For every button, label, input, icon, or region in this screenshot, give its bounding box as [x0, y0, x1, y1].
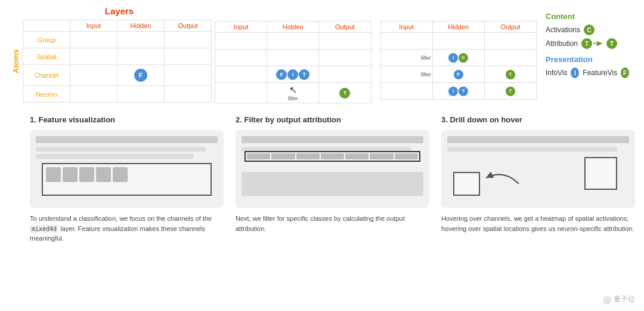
- col3-title: 3. Drill down on hover: [441, 115, 635, 124]
- layers-table-2: Input Hidden Output: [215, 21, 371, 103]
- bottom-col-3: 3. Drill down on hover Hovering over cha…: [441, 115, 635, 244]
- infovis-item: InfoVis I FeatureVis F: [546, 67, 629, 78]
- table-row: [215, 50, 371, 66]
- col3-desc: Hovering over channels, we get a heatmap…: [441, 214, 635, 233]
- cell: filter: [380, 50, 432, 66]
- table-row: Spatial: [23, 48, 212, 65]
- badge-C-3: C: [459, 53, 468, 63]
- cell: [70, 32, 117, 48]
- featurevis-badge: F: [621, 67, 629, 78]
- attribution-arrow: T T: [581, 38, 617, 49]
- featurevis-label: FeatureVis: [583, 69, 617, 77]
- table-row-neuron: ↖ filter T: [215, 83, 371, 103]
- activations-label: Activations: [546, 26, 580, 34]
- col1-desc: To understand a classification, we focus…: [30, 214, 224, 244]
- table-row-channel: F I T: [215, 66, 371, 83]
- th-input-1: Input: [70, 20, 117, 32]
- highlight-box-1: [42, 163, 212, 196]
- cell: [215, 33, 267, 50]
- cell: [380, 83, 432, 100]
- th-input-2: Input: [215, 21, 267, 33]
- col1-title: 1. Feature visualization: [30, 115, 224, 124]
- watermark-icon: ◎: [603, 294, 611, 305]
- badge-T-green-2: T: [339, 88, 350, 98]
- badge-I-2: I: [287, 69, 298, 80]
- watermark: ◎ 量子位: [603, 294, 635, 305]
- badge-F-2: F: [276, 69, 287, 80]
- badge-T-2: T: [299, 69, 309, 80]
- atoms-label: Atoms: [9, 20, 23, 103]
- highlight-box-2: [244, 151, 420, 162]
- filter-label-3b: filter: [382, 72, 431, 78]
- cell: [70, 65, 117, 86]
- cell: [380, 33, 432, 50]
- cell: [432, 33, 484, 50]
- badge-I-3: I: [448, 53, 458, 63]
- col2-title: 2. Filter by output attribution: [236, 115, 429, 124]
- row-label-group: Group: [23, 32, 70, 48]
- cell: [117, 48, 165, 65]
- badge-T-3: T: [506, 70, 515, 79]
- cell: [70, 48, 117, 65]
- large-box-3: [584, 157, 617, 190]
- cell-d2-channel: F I T: [267, 66, 319, 83]
- activations-badge: C: [584, 24, 595, 35]
- cell: [484, 33, 536, 50]
- filter-label-2: filter: [268, 96, 317, 101]
- cell: filter: [380, 66, 432, 83]
- attribution-label: Attribution: [546, 39, 578, 48]
- col2-image: [236, 130, 429, 208]
- infovis-label: InfoVis: [546, 69, 567, 77]
- activations-item: Activations C: [546, 24, 629, 35]
- cell: [319, 66, 371, 83]
- cell: [267, 33, 319, 50]
- row-label-neuron: Neuron: [23, 86, 70, 103]
- th-hidden-2: Hidden: [267, 21, 319, 33]
- table-row: Group: [23, 32, 212, 48]
- col3-image: [441, 130, 635, 208]
- arrow-icon: [593, 41, 605, 47]
- cell: [319, 33, 371, 50]
- cell: [215, 83, 267, 103]
- col1-code: mixed4d: [30, 225, 58, 233]
- filter-label-3a: filter: [382, 55, 431, 61]
- cell: [215, 50, 267, 66]
- diagram-section-2: Input Hidden Output: [212, 6, 374, 106]
- table-row: Neuron: [23, 86, 212, 103]
- badge-T-3: T: [459, 87, 468, 96]
- bottom-col-1: 1. Feature visualization To understand a…: [30, 115, 224, 244]
- row-label-spatial: Spatial: [23, 48, 70, 65]
- table-row: Channel F: [23, 65, 212, 86]
- cursor-icon: ↖: [289, 85, 297, 95]
- th-hidden-3: Hidden: [432, 21, 484, 33]
- row-label-channel: Channel: [23, 65, 70, 86]
- cell: I C: [432, 50, 484, 66]
- cell-d3-neuron-out: T: [484, 83, 536, 100]
- cell: [117, 32, 165, 48]
- cell: [70, 86, 117, 103]
- attribution-badge-to: T: [606, 38, 617, 49]
- cell-channel-hidden-1: F: [117, 65, 165, 86]
- cell: [319, 50, 371, 66]
- bottom-section: 1. Feature visualization To understand a…: [0, 112, 644, 250]
- col2-desc: Next, we filter for specific classes by …: [236, 214, 429, 233]
- small-box-3: [453, 172, 480, 196]
- diagram-section-3: Input Hidden Output filter: [377, 6, 540, 106]
- cell-d3-channel-out: T: [484, 66, 536, 83]
- cell-d2-neuron-output: T: [319, 83, 371, 103]
- badge-I-3b: I: [448, 87, 458, 96]
- cell: [484, 50, 536, 66]
- attribution-badge-from: T: [581, 38, 592, 49]
- layers-table-1: Input Hidden Output Group Spatial: [23, 20, 212, 103]
- cell-d2-neuron: ↖ filter: [267, 83, 319, 103]
- cell-d3-neuron: I T: [432, 83, 484, 100]
- layers-table-3: Input Hidden Output filter: [380, 21, 537, 100]
- th-output-2: Output: [319, 21, 371, 33]
- th-empty: [23, 20, 70, 32]
- table-row-channel-3: filter F T: [380, 66, 537, 83]
- badge-T-3b: T: [506, 87, 515, 96]
- layers-title: Layers: [9, 6, 212, 16]
- attribution-item: Attribution T T: [546, 38, 629, 49]
- table-row: [215, 33, 371, 50]
- th-hidden-1: Hidden: [117, 20, 165, 32]
